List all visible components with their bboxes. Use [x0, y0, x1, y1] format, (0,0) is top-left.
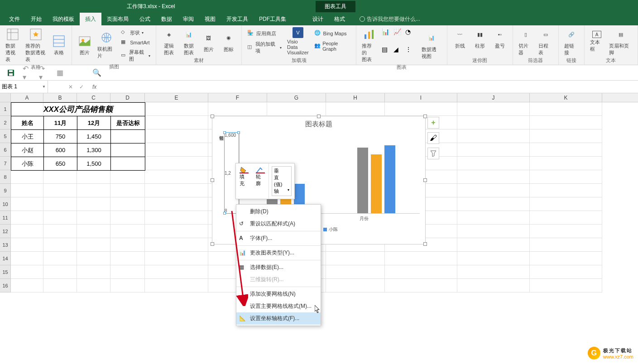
row-header[interactable]: 8	[0, 170, 11, 184]
pie-chart-icon[interactable]: ◔	[405, 28, 416, 45]
save-button[interactable]	[6, 68, 15, 77]
tab-design[interactable]: 设计	[307, 13, 329, 26]
chart-styles-button[interactable]: 🖌	[427, 132, 439, 144]
header-footer-button[interactable]: ▤页眉和页脚	[607, 26, 634, 57]
appstore-button[interactable]: 🏪应用商店	[245, 29, 283, 38]
tell-me-search[interactable]: 告诉我您想要做什么...	[360, 15, 420, 23]
chart-element-select[interactable]: 垂直 (值) 轴▾	[272, 166, 292, 196]
row-header[interactable]: 13	[0, 238, 11, 252]
column-header[interactable]: E	[145, 93, 208, 102]
fx-icon[interactable]: fx	[91, 84, 98, 90]
chart-resize-handle[interactable]	[211, 115, 214, 118]
column-header[interactable]: K	[530, 93, 602, 102]
bar[interactable]	[371, 154, 382, 213]
row-header[interactable]: 14	[0, 252, 11, 265]
outline-button[interactable]: 轮廓	[252, 163, 269, 199]
redo-button[interactable]: ↷ ▾	[39, 68, 48, 77]
line-chart-icon[interactable]: 📈	[393, 28, 404, 45]
picture-button[interactable]: 图片	[76, 26, 94, 63]
logic-chart-button[interactable]: ◈逻辑 图表	[160, 26, 178, 57]
pivottable-button[interactable]: 数据 透视表	[4, 26, 22, 64]
column-header[interactable]: G	[267, 93, 326, 102]
chart-elements-button[interactable]: +	[427, 117, 439, 129]
undo-button[interactable]: ↶ ▾	[23, 68, 32, 77]
column-header[interactable]: F	[208, 93, 267, 102]
online-picture-button[interactable]: 联机图片	[96, 26, 117, 63]
screenshot-button[interactable]: ▭屏幕截图▾	[119, 48, 152, 63]
tab-data[interactable]: 数据	[156, 13, 177, 26]
hyperlink-button[interactable]: 🔗超链接	[562, 26, 580, 57]
row-header[interactable]: 2	[0, 116, 11, 129]
slicer-button[interactable]: ▯切片器	[517, 26, 535, 57]
chart-resize-handle[interactable]	[211, 242, 214, 246]
chart-resize-handle[interactable]	[423, 178, 427, 182]
tab-mytemplates[interactable]: 我的模板	[47, 13, 80, 26]
myaddins-button[interactable]: ◫我的加载项▾	[245, 40, 283, 55]
tab-home[interactable]: 开始	[25, 13, 47, 26]
column-header[interactable]: H	[326, 93, 385, 102]
data-chart-button[interactable]: 📊数据 图表	[180, 26, 198, 57]
row-header[interactable]: 6	[0, 143, 11, 157]
row-header[interactable]: 5	[0, 129, 11, 143]
select-all-corner[interactable]	[0, 93, 11, 102]
menu-reset-style[interactable]: ↺重设以匹配样式(A)	[236, 218, 321, 230]
legend-item[interactable]: 小陈	[323, 226, 338, 233]
table-button[interactable]: 表格	[50, 26, 68, 64]
menu-font[interactable]: A字体(F)...	[236, 232, 321, 244]
chart-resize-handle[interactable]	[317, 115, 321, 118]
sparkline-line-button[interactable]: 〰折线	[451, 26, 469, 50]
column-header[interactable]: I	[385, 93, 457, 102]
scatter-chart-icon[interactable]: ⋮	[405, 46, 416, 62]
recommended-charts-button[interactable]: 推荐的 图表	[360, 26, 378, 64]
column-header[interactable]: D	[110, 93, 145, 102]
peoplegraph-button[interactable]: 👥People Graph	[312, 40, 353, 53]
row-header[interactable]: 15	[0, 265, 11, 279]
chart-title[interactable]: 图表标题	[212, 116, 425, 132]
tab-pdftools[interactable]: PDF工具集	[254, 13, 292, 26]
pivot-chart-button[interactable]: 📊数据透视图	[420, 26, 443, 64]
textbox-button[interactable]: A文本框	[588, 26, 605, 57]
menu-format-major-gridlines[interactable]: 设置主要网格线格式(M)...	[236, 300, 321, 312]
material-image-button[interactable]: 🖼图片	[200, 26, 218, 57]
row-header[interactable]: 16	[0, 279, 11, 292]
chart-filter-button[interactable]	[427, 148, 439, 159]
y-axis-label[interactable]: 销售额	[218, 132, 224, 214]
shapes-button[interactable]: ◇形状▾	[119, 28, 152, 37]
menu-add-minor-gridlines[interactable]: 添加次要网格线(N)	[236, 288, 321, 300]
bar-chart-icon[interactable]: 📊	[382, 28, 393, 45]
area-chart-icon[interactable]: ◢	[393, 46, 404, 62]
hbar-chart-icon[interactable]: ▤	[382, 46, 393, 62]
tab-view[interactable]: 视图	[199, 13, 221, 26]
tab-format[interactable]: 格式	[329, 13, 350, 26]
row-header[interactable]: 1	[0, 102, 11, 116]
sparkline-winloss-button[interactable]: ▪▫盈亏	[491, 26, 509, 50]
tab-review[interactable]: 审阅	[177, 13, 199, 26]
timeline-button[interactable]: ▭日程表	[537, 26, 555, 57]
formula-cancel-button[interactable]: ✕	[67, 84, 74, 90]
visio-button[interactable]: VVisio Data Visualizer	[285, 26, 311, 56]
column-header[interactable]: J	[457, 93, 530, 102]
bar[interactable]	[384, 145, 395, 213]
material-icon-button[interactable]: ◉图标	[220, 26, 238, 57]
row-header[interactable]: 9	[0, 184, 11, 197]
row-header[interactable]: 7	[0, 157, 11, 170]
recommended-pivot-button[interactable]: 推荐的 数据透视表	[24, 26, 48, 64]
bingmaps-button[interactable]: 🌐Bing Maps	[312, 29, 353, 38]
row-header[interactable]: 11	[0, 211, 11, 225]
tab-insert[interactable]: 插入	[80, 13, 101, 26]
column-header[interactable]: A	[11, 93, 43, 102]
sparkline-column-button[interactable]: ▮▮柱形	[471, 26, 489, 50]
fill-button[interactable]: 填充	[236, 163, 252, 199]
chart-resize-handle[interactable]	[211, 178, 214, 182]
menu-delete[interactable]: 删除(D)	[236, 206, 321, 218]
chart-resize-handle[interactable]	[423, 115, 427, 118]
qat-btn-5[interactable]: 🔍	[92, 68, 101, 77]
x-axis-label[interactable]: 月份	[360, 216, 378, 222]
name-box-dropdown-icon[interactable]: ▼	[42, 85, 46, 89]
tab-developer[interactable]: 开发工具	[221, 13, 254, 26]
name-box[interactable]: 图表 1▼	[0, 81, 48, 93]
menu-format-axis[interactable]: 📐设置坐标轴格式(F)...	[236, 312, 321, 325]
formula-confirm-button[interactable]: ✓	[78, 84, 85, 90]
tab-file[interactable]: 文件	[4, 13, 25, 26]
tab-pagelayout[interactable]: 页面布局	[101, 13, 134, 26]
